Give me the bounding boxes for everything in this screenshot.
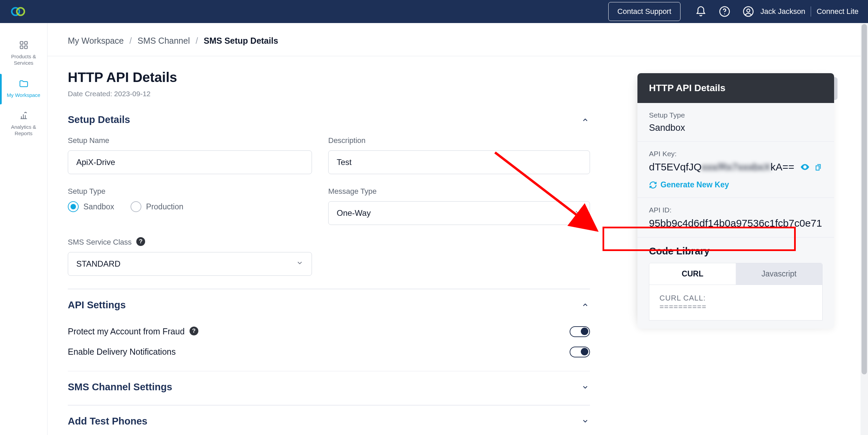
breadcrumb-link-workspace[interactable]: My Workspace (68, 36, 124, 45)
eye-icon[interactable] (800, 162, 810, 172)
divider (68, 371, 590, 372)
nav-products-services[interactable]: Products & Services (0, 35, 47, 73)
select-value: STANDARD (76, 259, 120, 269)
refresh-icon (649, 181, 657, 189)
value-side-setup-type: Sandbox (649, 123, 823, 133)
scrollbar-thumb[interactable] (862, 24, 867, 374)
breadcrumb-sep: / (196, 36, 198, 45)
section-toggle-setup-details[interactable]: Setup Details (68, 113, 590, 136)
page-title: HTTP API Details (68, 70, 590, 85)
svg-rect-8 (20, 46, 23, 48)
divider (68, 289, 590, 289)
top-bar: Contact Support Jack Jackson Connect Lit… (0, 0, 868, 23)
plan-name[interactable]: Connect Lite (816, 7, 859, 16)
section-toggle-add-test-phones[interactable]: Add Test Phones (68, 414, 590, 430)
setup-name-input[interactable] (68, 150, 312, 174)
chevron-up-icon (580, 300, 590, 310)
scrollbar-vertical[interactable] (861, 23, 868, 435)
radio-sandbox[interactable]: Sandbox (68, 201, 114, 212)
svg-rect-6 (20, 42, 23, 44)
nav-label: Products & Services (2, 54, 45, 66)
toggle-protect-fraud[interactable] (570, 326, 590, 337)
description-input[interactable] (328, 150, 590, 174)
section-toggle-sms-channel[interactable]: SMS Channel Settings (68, 380, 590, 403)
folder-icon (18, 78, 29, 89)
help-tooltip-icon[interactable]: ? (190, 327, 198, 335)
radio-production[interactable]: Production (131, 201, 183, 212)
avatar-icon[interactable] (741, 4, 756, 19)
side-panel: HTTP API Details Setup Type Sandbox API … (637, 73, 834, 329)
tab-curl[interactable]: CURL (649, 263, 736, 285)
label-sms-service-class: SMS Service Class (68, 238, 132, 247)
label-setup-name: Setup Name (68, 136, 312, 145)
value-api-key: dT5EVqfJQxxx/Rx7xxxbxXkA== (649, 161, 794, 173)
label-side-setup-type: Setup Type (649, 111, 823, 119)
label-protect-fraud: Protect my Account from Fraud (68, 327, 185, 336)
svg-point-5 (747, 9, 750, 12)
sms-service-class-select[interactable]: STANDARD (68, 252, 312, 276)
user-name[interactable]: Jack Jackson (761, 7, 805, 16)
code-library-title: Code Library (649, 246, 823, 257)
section-title: Add Test Phones (68, 416, 147, 427)
chart-icon (18, 110, 29, 121)
breadcrumb-link-sms-channel[interactable]: SMS Channel (138, 36, 190, 45)
nav-label: Analytics & Reports (2, 124, 45, 137)
chevron-down-icon (296, 259, 303, 269)
help-tooltip-icon[interactable]: ? (136, 237, 145, 246)
label-message-type: Message Type (328, 187, 590, 196)
breadcrumb-sep: / (130, 36, 132, 45)
code-snippet-preview: CURL CALL: ========== (649, 285, 823, 320)
section-title: API Settings (68, 299, 126, 311)
divider (68, 405, 590, 406)
chevron-down-icon (580, 416, 590, 426)
chevron-up-icon (580, 115, 590, 125)
tab-javascript[interactable]: Javascript (736, 263, 822, 285)
code-tabs: CURL Javascript (649, 263, 823, 285)
chevron-down-icon (574, 208, 581, 218)
section-title: SMS Channel Settings (68, 381, 172, 393)
radio-label: Sandbox (83, 202, 114, 211)
label-setup-type: Setup Type (68, 187, 312, 196)
radio-label: Production (146, 202, 183, 211)
date-created: Date Created: 2023-09-12 (68, 90, 590, 98)
side-nav: Products & Services My Workspace Analyti… (0, 23, 47, 435)
nav-analytics-reports[interactable]: Analytics & Reports (0, 105, 47, 144)
select-value: One-Way (337, 208, 371, 218)
side-panel-title: HTTP API Details (637, 73, 834, 103)
label-api-key: API Key: (649, 150, 823, 158)
svg-point-1 (17, 8, 24, 15)
generate-key-label: Generate New Key (660, 180, 729, 189)
toggle-enable-delivery[interactable] (570, 347, 590, 357)
svg-point-10 (804, 166, 806, 168)
help-icon[interactable] (717, 4, 732, 19)
nav-my-workspace[interactable]: My Workspace (0, 73, 47, 105)
grid-icon (18, 39, 29, 51)
brand-logo[interactable] (9, 5, 27, 18)
divider-vertical (811, 6, 811, 17)
svg-rect-9 (24, 46, 27, 48)
svg-point-3 (724, 14, 725, 15)
breadcrumb-current: SMS Setup Details (204, 36, 278, 45)
label-api-id: API ID: (649, 206, 823, 214)
chevron-down-icon (580, 382, 590, 392)
label-description: Description (328, 136, 590, 145)
section-toggle-api-settings[interactable]: API Settings (68, 298, 590, 322)
bell-icon[interactable] (693, 4, 708, 19)
copy-icon[interactable] (815, 163, 822, 171)
nav-label: My Workspace (7, 92, 40, 99)
contact-support-button[interactable]: Contact Support (608, 2, 680, 21)
svg-rect-7 (24, 42, 27, 44)
message-type-select[interactable]: One-Way (328, 201, 590, 225)
breadcrumb: My Workspace / SMS Channel / SMS Setup D… (47, 23, 868, 56)
generate-new-key-button[interactable]: Generate New Key (649, 180, 823, 189)
value-api-id: 95bb9c4d6df14b0a97536c1fcb7c0e71 (649, 218, 823, 229)
label-enable-delivery: Enable Delivery Notifications (68, 347, 176, 357)
section-title: Setup Details (68, 114, 130, 125)
